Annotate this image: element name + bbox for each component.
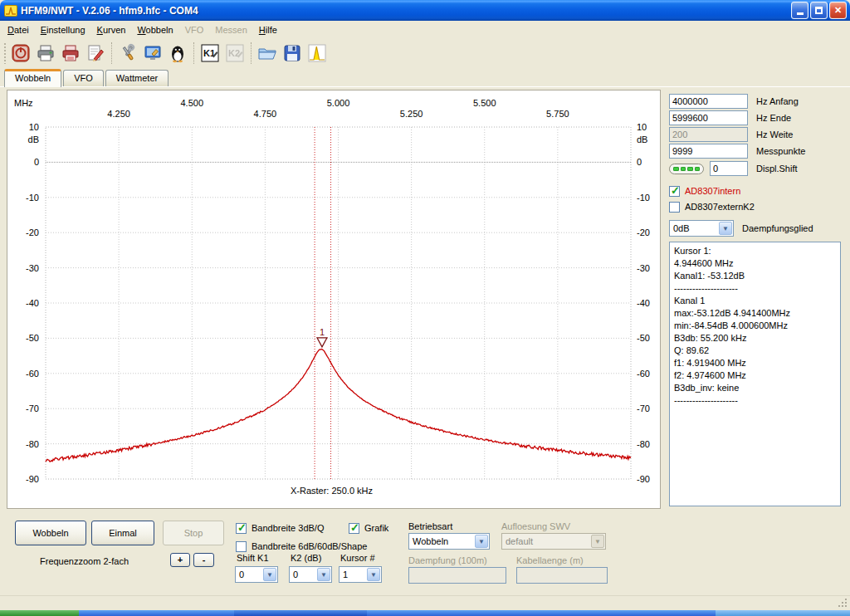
grafik-checkbox[interactable] xyxy=(349,523,359,534)
svg-text:-90: -90 xyxy=(637,474,650,484)
kabellaenge-input xyxy=(516,567,608,584)
toolbar-separator xyxy=(111,42,112,64)
svg-text:-10: -10 xyxy=(637,193,650,203)
svg-text:5.000: 5.000 xyxy=(327,98,350,108)
betriebsart-label: Betriebsart xyxy=(408,521,452,531)
bandbreite-3db-label: Bandbreite 3dB/Q xyxy=(252,523,324,533)
app-icon xyxy=(4,4,17,17)
minimize-button[interactable] xyxy=(791,2,808,19)
save-file-button[interactable] xyxy=(280,41,305,66)
chevron-down-icon: ▼ xyxy=(317,568,330,581)
chevron-down-icon: ▼ xyxy=(591,535,604,548)
menu-datei[interactable]: Datei xyxy=(2,22,35,37)
titlebar: HFM9/NWT - V.2.06 - hfm9.hfc - COM4 ✕ xyxy=(0,0,850,21)
tab-vfo[interactable]: VFO xyxy=(63,70,104,86)
ad8307-intern-label: AD8307intern xyxy=(685,186,740,196)
svg-text:-30: -30 xyxy=(637,263,650,273)
shift-k1-select[interactable]: 0 ▼ xyxy=(235,566,278,583)
bandbreite-3db-checkbox[interactable] xyxy=(236,523,247,534)
window-title: HFM9/NWT - V.2.06 - hfm9.hfc - COM4 xyxy=(21,5,789,17)
kursor-select[interactable]: 1 ▼ xyxy=(339,566,382,583)
menu-hilfe[interactable]: Hilfe xyxy=(253,22,283,37)
linux-penguin-button[interactable] xyxy=(165,41,190,66)
svg-text:1: 1 xyxy=(320,327,325,337)
betriebsart-select[interactable]: Wobbeln ▼ xyxy=(408,533,490,550)
k1-curve-icon: K1 xyxy=(200,43,220,63)
start-button[interactable] xyxy=(0,610,79,616)
svg-text:-30: -30 xyxy=(26,263,39,273)
ad8307-intern-checkbox[interactable] xyxy=(669,186,680,197)
filter-curve-button[interactable] xyxy=(305,41,330,66)
svg-text:-40: -40 xyxy=(26,298,39,308)
svg-text:4.250: 4.250 xyxy=(107,109,130,119)
displ-shift-label: Displ.Shift xyxy=(756,164,798,174)
svg-text:dB: dB xyxy=(28,134,39,144)
messpunkte-input[interactable] xyxy=(669,144,748,159)
k1-curve-button[interactable]: K1 xyxy=(198,41,222,66)
svg-text:dB: dB xyxy=(637,134,647,144)
taskbar[interactable] xyxy=(0,610,850,616)
menu-einstellung[interactable]: Einstellung xyxy=(35,22,91,37)
svg-text:-60: -60 xyxy=(26,369,39,379)
settings-tools-button[interactable] xyxy=(115,41,140,66)
hz-anfang-input[interactable] xyxy=(669,94,748,109)
menu-kurven[interactable]: Kurven xyxy=(91,22,132,37)
svg-text:-60: -60 xyxy=(637,369,650,379)
resize-grip-icon[interactable] xyxy=(838,598,848,609)
svg-text:5.750: 5.750 xyxy=(546,109,569,119)
edit-report-button[interactable] xyxy=(83,41,108,66)
menu-wobbeln[interactable]: Wobbeln xyxy=(131,22,178,37)
svg-text:10: 10 xyxy=(29,122,39,132)
zoom-minus-button[interactable]: - xyxy=(193,553,214,567)
ad8307-extern-label: AD8307externK2 xyxy=(685,202,755,212)
svg-text:-80: -80 xyxy=(26,439,39,449)
daempfungsglied-label: Daempfungsglied xyxy=(742,223,813,233)
toolbar-separator xyxy=(251,42,252,64)
sweep-chart-panel: MHz4.2504.5004.7505.0005.2505.5005.75010… xyxy=(7,90,661,509)
ad8307-extern-checkbox[interactable] xyxy=(669,202,680,213)
kursor-label: Kursor # xyxy=(340,553,375,563)
filter-curve-icon xyxy=(307,43,327,63)
print-icon xyxy=(36,43,56,63)
open-file-button[interactable] xyxy=(255,41,280,66)
daempfung-label: Daempfung (100m) xyxy=(408,555,487,565)
open-file-icon xyxy=(257,43,277,63)
minimize-icon xyxy=(797,12,804,15)
daempfung-input xyxy=(408,567,506,584)
k2-curve-icon: K2 xyxy=(225,43,245,63)
maximize-button[interactable] xyxy=(810,2,828,19)
print-red-button[interactable] xyxy=(58,41,83,66)
chevron-down-icon: ▼ xyxy=(719,222,732,235)
hz-ende-label: Hz Ende xyxy=(756,113,791,123)
bandbreite-6db-label: Bandbreite 6dB/60dB/Shape xyxy=(252,541,367,551)
k2-curve-button: K2 xyxy=(222,41,247,66)
menu-vfo: VFO xyxy=(179,22,210,37)
bandbreite-6db-checkbox[interactable] xyxy=(236,541,247,552)
hz-weite-label: Hz Weite xyxy=(756,130,793,139)
close-icon: ✕ xyxy=(834,5,842,16)
displ-shift-input[interactable] xyxy=(710,161,748,176)
svg-text:-70: -70 xyxy=(637,403,650,413)
tab-wobbeln[interactable]: Wobbeln xyxy=(4,69,61,87)
svg-text:5.250: 5.250 xyxy=(400,109,423,119)
wobbeln-button[interactable]: Wobbeln xyxy=(15,521,86,545)
screen-edit-button[interactable] xyxy=(140,41,165,66)
tab-row: WobbelnVFOWattmeter xyxy=(0,68,850,86)
print-button[interactable] xyxy=(33,41,58,66)
statusbar xyxy=(0,595,850,610)
zoom-plus-button[interactable]: + xyxy=(170,553,190,567)
taskbar-task-button[interactable] xyxy=(234,610,367,616)
toolbar: K1K2 xyxy=(0,38,850,68)
system-tray xyxy=(716,610,850,616)
k2-db-select[interactable]: 0 ▼ xyxy=(289,566,332,583)
hz-ende-input[interactable] xyxy=(669,110,748,125)
einmal-button[interactable]: Einmal xyxy=(91,521,154,545)
daempfungsglied-select[interactable]: 0dB ▼ xyxy=(669,220,734,237)
kursor-value: 1 xyxy=(343,570,348,579)
edit-report-icon xyxy=(85,43,105,63)
stop-button: Stop xyxy=(163,521,224,545)
power-off-button[interactable] xyxy=(8,41,33,66)
close-button[interactable]: ✕ xyxy=(829,2,847,19)
svg-text:-20: -20 xyxy=(637,227,650,237)
tab-wattmeter[interactable]: Wattmeter xyxy=(105,70,169,86)
